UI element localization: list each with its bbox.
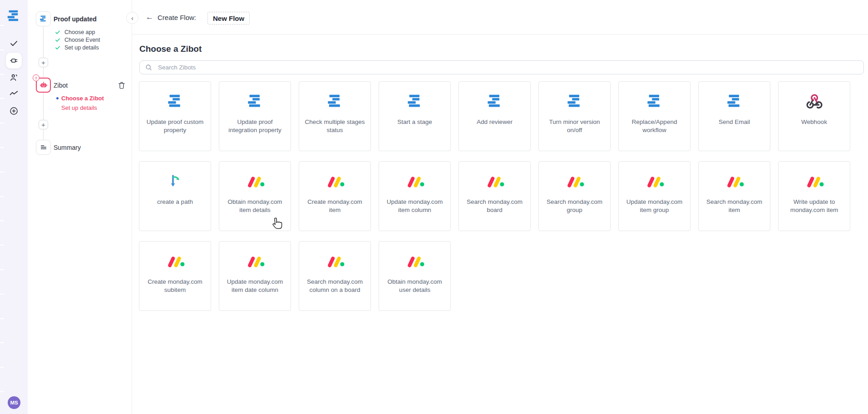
zibot-card[interactable]: Search monday.com item [698,161,770,231]
zibot-card-label: Search monday.com board [462,198,527,214]
monday-icon [379,172,450,191]
rail-tick [0,294,4,295]
rail-tick [0,318,4,319]
zibot-card-label: create a path [143,198,207,206]
zibot-card-label: Search monday.com column on a board [302,278,367,294]
rail-tick [0,147,4,148]
zibot-card-label: Obtain monday.com item details [222,198,287,214]
check-icon [55,30,60,35]
rail-tick [0,98,4,99]
zibot-card-label: Search monday.com item [702,198,767,214]
rail-tick [0,172,4,172]
zibot-card-label: Create monday.com item [302,198,367,214]
zibot-card[interactable]: Update proof custom property [139,81,211,151]
people-icon[interactable] [9,72,20,83]
monday-icon [699,172,770,191]
zibot-card[interactable]: Write update to monday.com item [778,161,850,231]
path-icon [139,172,211,191]
zibot-card[interactable]: Create monday.com subitem [139,241,211,311]
ziflow-icon [619,92,690,111]
zibot-card[interactable]: Search monday.com board [459,161,531,231]
add-step-button[interactable]: + [39,120,48,129]
zibot-card-label: Update proof integration property [222,118,287,134]
robot-icon [39,81,48,89]
monday-icon [299,172,370,191]
monday-icon [299,252,370,271]
zibot-card-label: Obtain monday.com user details [382,278,447,294]
check-icon [55,37,60,43]
step-title-zibot: Zibot [54,78,68,93]
error-badge-icon: ! [33,74,39,81]
summary-icon [39,143,48,152]
trash-icon [117,81,126,90]
zibot-card[interactable]: Search monday.com column on a board [299,241,371,311]
step-summary[interactable] [36,140,51,155]
add-step-button[interactable]: + [39,58,48,67]
substep-choose-event: Choose Event [55,36,100,44]
ziflow-logo[interactable] [6,10,22,24]
step-title-proof-updated: Proof updated [54,11,97,26]
plug-icon[interactable] [6,53,22,69]
substep-label: Choose Event [64,37,100,43]
rail-tick [0,269,4,270]
zibot-card-label: Send Email [702,118,767,126]
zibot-card[interactable]: Update proof integration property [219,81,291,151]
zibot-card[interactable]: Add reviewer [459,81,531,151]
zibot-card[interactable]: Replace/Append workflow [618,81,690,151]
rail-tick [0,245,4,246]
zibot-card[interactable]: Search monday.com group [538,161,611,231]
zibot-card-label: Turn minor version on/off [542,118,607,134]
step-link-choose-a-zibot[interactable]: Choose a Zibot [61,95,104,102]
rail-tick [0,74,4,75]
substep-label: Set up details [64,44,99,51]
zibot-card[interactable]: Check multiple stages status [299,81,371,151]
user-avatar[interactable]: MS [8,396,20,409]
zibot-card-label: Add reviewer [462,118,527,126]
ziflow-icon [139,92,211,111]
check-icon[interactable] [9,38,20,49]
zibot-card[interactable]: Update monday.com item date column [219,241,291,311]
zibot-chooser-panel: Choose a Zibot Update proof custom prope… [132,34,868,414]
rail-tick [0,123,4,123]
zibot-card[interactable]: Update monday.com item column [379,161,451,231]
rail-tick [0,391,4,392]
ziflow-icon [39,15,48,23]
ziflow-icon [219,92,291,111]
monday-icon [139,252,211,271]
substep-label: Choose app [64,29,95,35]
zibot-card-label: Update monday.com item group [622,198,687,214]
ziflow-icon [459,92,530,111]
substep-choose-app: Choose app [55,29,95,36]
monday-icon [219,252,291,271]
rail-tick [0,49,4,50]
zibot-card-label: Check multiple stages status [302,118,367,134]
step-proof-updated[interactable] [36,11,51,26]
zibot-card[interactable]: Webhook [778,81,850,151]
zibot-card[interactable]: Update monday.com item group [618,161,690,231]
activity-icon[interactable] [9,88,20,99]
ziflow-icon [299,92,370,111]
rail-tick [0,342,4,343]
sidebar-collapse-button[interactable]: ‹ [126,12,138,24]
zibot-card[interactable]: Obtain monday.com item details [219,161,291,231]
app-rail: MS [0,0,28,414]
monday-icon [219,172,291,191]
zibot-card[interactable]: Obtain monday.com user details [379,241,451,311]
rail-tick [0,25,4,26]
zibot-card[interactable]: Start a stage [379,81,451,151]
flow-name-field[interactable]: New Flow [207,12,250,25]
search-icon [145,64,153,71]
search-input[interactable] [139,60,864,74]
monday-icon [379,252,450,271]
zibot-card[interactable]: Send Email [698,81,770,151]
back-arrow-icon[interactable]: ← [146,0,153,34]
delete-step-button[interactable] [117,81,126,90]
zibot-card[interactable]: create a path [139,161,211,231]
step-link-set-up-details[interactable]: Set up details [61,104,97,111]
zibot-card-label: Update monday.com item date column [222,278,287,294]
zibot-card[interactable]: Turn minor version on/off [538,81,611,151]
zibot-card-label: Replace/Append workflow [622,118,687,134]
rail-tick [0,367,4,368]
zibot-card[interactable]: Create monday.com item [299,161,371,231]
add-circle-icon[interactable] [9,105,20,116]
